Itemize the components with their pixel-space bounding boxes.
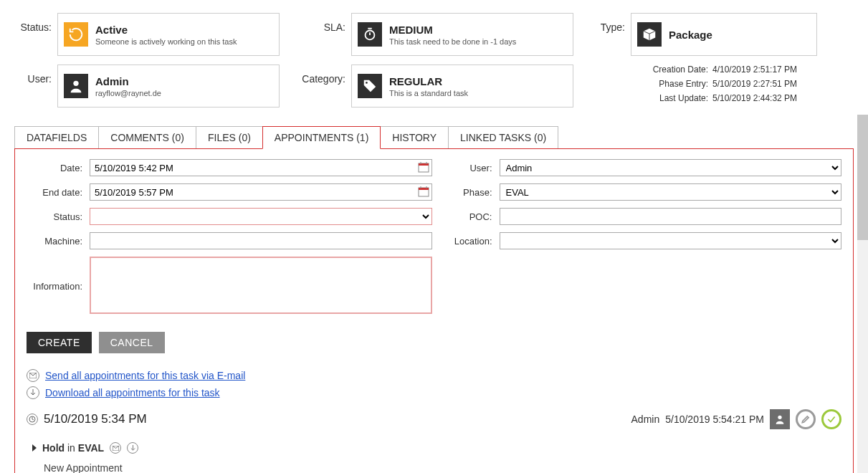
tab-comments[interactable]: COMMENTS (0) (98, 126, 196, 149)
download-icon (27, 386, 39, 399)
form-location-select[interactable] (500, 232, 842, 249)
tab-files[interactable]: FILES (0) (196, 126, 263, 149)
svg-point-0 (73, 81, 78, 86)
header-col-left: Status: Active Someone is actively worki… (14, 13, 280, 116)
cancel-button[interactable]: CANCEL (99, 332, 165, 353)
meta-creation-k: Creation Date: (636, 64, 708, 75)
type-label: Type: (595, 13, 631, 33)
type-card: Package (631, 13, 817, 56)
sla-card: MEDIUM This task need to be done in -1 d… (351, 13, 573, 56)
header-col-right: Type: Package Creation Date:4/10/2019 2:… (595, 13, 817, 116)
user-sub: rayflow@raynet.de (95, 89, 161, 97)
stopwatch-icon (358, 22, 382, 47)
date-label: Date: (27, 163, 85, 173)
send-email-link[interactable]: Send all appointments for this task via … (45, 370, 245, 381)
user-card: Admin rayflow@raynet.de (57, 64, 280, 108)
calendar-icon[interactable] (418, 161, 429, 173)
appointments-panel: Date: User: Admin End date: Phase: EVAL … (14, 148, 854, 473)
status-sub: Someone is actively working on this task (95, 37, 237, 46)
expand-icon[interactable] (32, 444, 37, 452)
create-button[interactable]: CREATE (27, 332, 92, 353)
form-phase-select[interactable]: EVAL (500, 183, 842, 201)
form-poc-input[interactable] (500, 208, 842, 225)
meta-phase-k: Phase Entry: (636, 79, 708, 89)
mail-small-icon[interactable] (110, 442, 121, 454)
in-word: in (65, 442, 78, 454)
enddate-label: End date: (27, 187, 85, 198)
header-area: Status: Active Someone is actively worki… (14, 13, 854, 116)
form-information-textarea[interactable] (90, 257, 432, 314)
form-information-label: Information: (27, 281, 85, 292)
svg-point-18 (778, 416, 781, 419)
scrollbar[interactable] (857, 115, 868, 473)
edit-appointment-button[interactable] (796, 409, 816, 429)
form-user-label: User: (437, 163, 495, 173)
category-title: REGULAR (389, 75, 468, 87)
form-status-label: Status: (27, 211, 85, 222)
download-small-icon[interactable] (127, 442, 138, 454)
tab-appointments[interactable]: APPOINTMENTS (1) (262, 126, 381, 149)
meta-update-k: Last Update: (636, 93, 708, 103)
scrollbar-thumb[interactable] (857, 115, 868, 240)
tabs: DATAFIELDS COMMENTS (0) FILES (0) APPOIN… (14, 126, 854, 149)
sla-title: MEDIUM (389, 24, 516, 36)
category-label: Category: (301, 64, 351, 85)
svg-rect-6 (419, 163, 429, 166)
enddate-input[interactable] (90, 183, 432, 201)
svg-line-17 (32, 419, 34, 420)
eval-word: EVAL (78, 442, 104, 454)
date-input[interactable] (90, 159, 432, 176)
tab-datafields[interactable]: DATAFIELDS (14, 126, 99, 149)
form-phase-label: Phase: (437, 187, 495, 198)
tab-history[interactable]: HISTORY (380, 126, 449, 149)
tag-icon (358, 74, 382, 98)
refresh-icon (64, 22, 88, 47)
category-card: REGULAR This is a standard task (351, 64, 573, 108)
appointment-owner: Admin (631, 414, 660, 425)
user-square-icon (770, 409, 790, 429)
form-status-select[interactable] (90, 208, 432, 225)
form-machine-input[interactable] (90, 232, 432, 249)
form-location-label: Location: (437, 236, 495, 247)
user-icon (64, 74, 88, 98)
meta-creation-v: 4/10/2019 2:51:17 PM (712, 64, 797, 75)
status-card: Active Someone is actively working on th… (57, 13, 280, 56)
calendar-icon[interactable] (418, 186, 429, 197)
appointment-form: Date: User: Admin End date: Phase: EVAL … (27, 159, 841, 316)
type-title: Package (669, 29, 712, 41)
new-appointment-label: New Appointment (44, 462, 841, 473)
sla-label: SLA: (301, 13, 351, 33)
meta-update-v: 5/10/2019 2:44:32 PM (712, 93, 797, 103)
package-icon (637, 22, 662, 47)
tab-linked[interactable]: LINKED TASKS (0) (448, 126, 558, 149)
user-title: Admin (95, 75, 161, 87)
user-label: User: (14, 64, 57, 85)
status-title: Active (95, 24, 237, 36)
form-user-select[interactable]: Admin (500, 159, 842, 176)
form-machine-label: Machine: (27, 236, 85, 247)
form-poc-label: POC: (437, 211, 495, 222)
svg-point-1 (366, 31, 375, 40)
confirm-appointment-button[interactable] (821, 409, 841, 429)
category-sub: This is a standard task (389, 89, 468, 97)
status-label: Status: (14, 13, 57, 33)
meta-list: Creation Date:4/10/2019 2:51:17 PM Phase… (636, 64, 817, 103)
svg-point-4 (366, 82, 368, 84)
appointment-owner-ts: 5/10/2019 5:54:21 PM (665, 414, 764, 425)
appointment-time: 5/10/2019 5:34 PM (44, 412, 147, 426)
mail-icon (27, 369, 39, 382)
meta-phase-v: 5/10/2019 2:27:51 PM (712, 79, 797, 89)
hold-word: Hold (42, 442, 65, 454)
download-link[interactable]: Download all appointments for this task (45, 387, 220, 398)
header-col-middle: SLA: MEDIUM This task need to be done in… (301, 13, 573, 116)
clock-icon (27, 414, 38, 425)
sla-sub: This task need to be done in -1 days (389, 37, 516, 46)
appointment-entry: 5/10/2019 5:34 PM Admin 5/10/2019 5:54:2… (27, 409, 841, 473)
svg-rect-10 (419, 188, 429, 190)
